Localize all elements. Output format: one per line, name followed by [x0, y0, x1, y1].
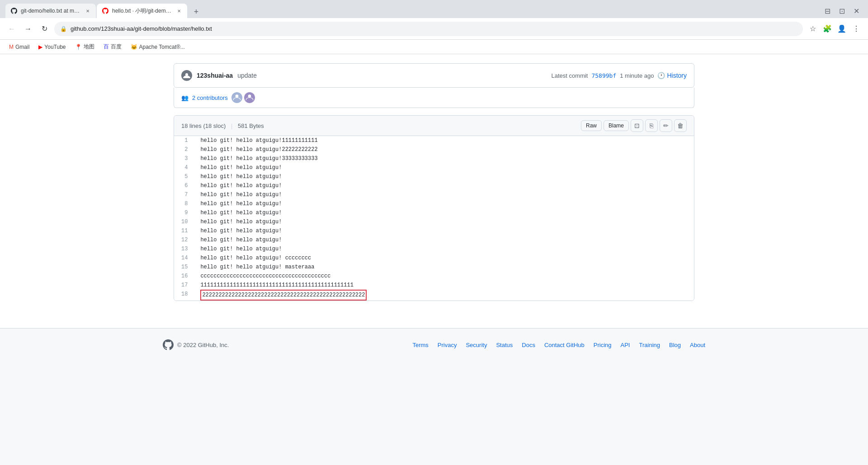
footer-link[interactable]: Training [639, 342, 660, 348]
commit-author[interactable]: 123shuai-aa [197, 72, 233, 79]
back-button[interactable]: ← [5, 23, 18, 35]
browser-chrome: git-demo/hello.txt at master ✕ hello.txt… [0, 0, 868, 54]
commit-right: Latest commit 75899bf 1 minute ago 🕐 His… [552, 72, 687, 79]
table-row: 12hello git! hello atguigu! [174, 235, 694, 244]
extension-button[interactable]: 🧩 [821, 23, 834, 35]
commit-bar: 123shuai-aa update Latest commit 75899bf… [174, 63, 694, 88]
minimize-button[interactable]: ⊟ [821, 5, 834, 17]
copy-icon: ⎘ [650, 122, 653, 129]
page-content: 123shuai-aa update Latest commit 75899bf… [0, 54, 868, 361]
line-number[interactable]: 18 [174, 290, 193, 301]
browser-titlebar: git-demo/hello.txt at master ✕ hello.txt… [0, 0, 868, 18]
svg-point-1 [235, 94, 238, 98]
tab2-close[interactable]: ✕ [176, 8, 182, 14]
footer-link[interactable]: API [621, 342, 630, 348]
contributors-bar: 👥 2 contributors [174, 88, 694, 108]
contributor-avatar-2[interactable] [244, 92, 255, 103]
footer-link[interactable]: Blog [669, 342, 681, 348]
delete-button[interactable]: 🗑 [674, 119, 687, 132]
line-number[interactable]: 13 [174, 244, 193, 254]
table-row: 11hello git! hello atguigu! [174, 226, 694, 235]
line-number[interactable]: 7 [174, 190, 193, 199]
line-number[interactable]: 14 [174, 254, 193, 263]
commit-left: 123shuai-aa update [181, 70, 257, 81]
footer-copyright: © 2022 GitHub, Inc. [177, 342, 229, 348]
forward-button[interactable]: → [22, 23, 34, 35]
reload-button[interactable]: ↻ [38, 23, 51, 35]
history-button[interactable]: 🕐 History [657, 72, 687, 79]
line-number[interactable]: 5 [174, 172, 193, 181]
footer-link[interactable]: Privacy [438, 342, 457, 348]
bookmark-baidu-label: 百度 [111, 43, 122, 51]
file-separator: | [231, 122, 232, 129]
footer-link[interactable]: Status [496, 342, 513, 348]
window-controls: ⊟ ⊡ ✕ [821, 5, 863, 17]
table-row: 2hello git! hello atguigu!22222222222 [174, 145, 694, 154]
contributor-avatar-1[interactable] [231, 92, 242, 103]
line-content: hello git! hello atguigu! [193, 217, 694, 226]
line-number[interactable]: 11 [174, 226, 193, 235]
bookmark-youtube[interactable]: ▶ YouTube [35, 43, 69, 51]
footer-link[interactable]: Contact GitHub [544, 342, 585, 348]
line-number[interactable]: 2 [174, 145, 193, 154]
tab1-close[interactable]: ✕ [85, 8, 90, 14]
edit-button[interactable]: ✏ [660, 119, 672, 132]
address-bar[interactable]: 🔒 github.com/123shuai-aa/git-demo/blob/m… [54, 22, 803, 36]
line-number[interactable]: 9 [174, 208, 193, 217]
github-page: 123shuai-aa update Latest commit 75899bf… [163, 54, 705, 310]
new-tab-button[interactable]: + [190, 5, 203, 18]
line-number[interactable]: 3 [174, 154, 193, 163]
browser-tab-1[interactable]: git-demo/hello.txt at master ✕ [5, 4, 96, 18]
close-button[interactable]: ✕ [850, 5, 863, 17]
line-number[interactable]: 15 [174, 263, 193, 272]
line-content: hello git! hello atguigu!11111111111 [193, 136, 694, 145]
footer-logo: © 2022 GitHub, Inc. [163, 339, 229, 350]
table-row: 4hello git! hello atguigu! [174, 163, 694, 172]
line-content: 2222222222222222222222222222222222222222… [193, 290, 694, 301]
lock-icon: 🔒 [60, 26, 67, 32]
bookmark-baidu[interactable]: 百 百度 [100, 42, 125, 52]
commit-hash[interactable]: 75899bf [591, 72, 616, 79]
line-number[interactable]: 6 [174, 181, 193, 190]
raw-button[interactable]: Raw [581, 120, 602, 131]
contributors-label[interactable]: 2 contributors [192, 94, 228, 101]
bookmark-tomcat[interactable]: 🐱 Apache Tomcat®... [127, 43, 189, 51]
footer-link[interactable]: Pricing [594, 342, 612, 348]
contributor-avatars [231, 92, 255, 103]
line-number[interactable]: 1 [174, 136, 193, 145]
bookmark-button[interactable]: ☆ [807, 23, 819, 35]
fullscreen-button[interactable]: ⊡ [631, 119, 643, 132]
line-content: hello git! hello atguigu!33333333333 [193, 154, 694, 163]
footer-link[interactable]: Terms [412, 342, 428, 348]
bookmarks-bar: M Gmail ▶ YouTube 📍 地图 百 百度 🐱 Apache Tom… [0, 40, 868, 54]
browser-tabs: git-demo/hello.txt at master ✕ hello.txt… [5, 4, 203, 18]
line-number[interactable]: 16 [174, 272, 193, 281]
profile-button[interactable]: 👤 [835, 23, 848, 35]
maximize-button[interactable]: ⊡ [835, 5, 848, 17]
footer-link[interactable]: Security [466, 342, 487, 348]
menu-button[interactable]: ⋮ [850, 23, 863, 35]
table-row: 1711111111111111111111111111111111111111… [174, 281, 694, 290]
footer-link[interactable]: About [690, 342, 705, 348]
line-number[interactable]: 12 [174, 235, 193, 244]
bookmark-youtube-label: YouTube [44, 44, 66, 50]
bookmark-maps[interactable]: 📍 地图 [71, 42, 98, 52]
footer-inner: © 2022 GitHub, Inc. TermsPrivacySecurity… [163, 339, 705, 350]
github-logo-icon [163, 339, 174, 350]
copy-button[interactable]: ⎘ [645, 119, 658, 132]
file-info: 18 lines (18 sloc) | 581 Bytes [181, 122, 264, 129]
footer-link[interactable]: Docs [522, 342, 535, 348]
line-number[interactable]: 4 [174, 163, 193, 172]
bookmark-gmail-label: Gmail [15, 44, 29, 50]
blame-button[interactable]: Blame [604, 120, 629, 131]
line-number[interactable]: 17 [174, 281, 193, 290]
line-number[interactable]: 10 [174, 217, 193, 226]
line-content: hello git! hello atguigu!22222222222 [193, 145, 694, 154]
svg-point-2 [248, 94, 251, 98]
commit-time: 1 minute ago [620, 72, 654, 79]
line-number[interactable]: 8 [174, 199, 193, 208]
youtube-icon: ▶ [38, 44, 42, 50]
browser-tab-2[interactable]: hello.txt · 小明/git-demo · Git... ✕ [97, 4, 187, 18]
bookmark-gmail[interactable]: M Gmail [5, 43, 33, 51]
table-row: 7hello git! hello atguigu! [174, 190, 694, 199]
